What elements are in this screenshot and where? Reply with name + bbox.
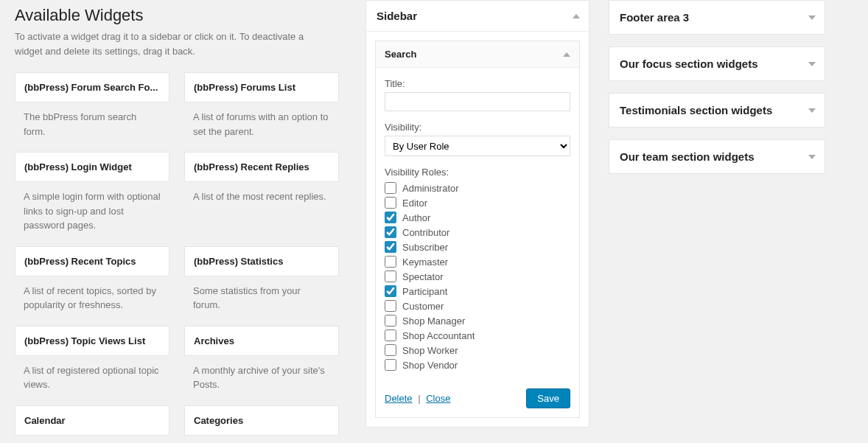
widget-area-title: Testimonials section widgets [620,104,772,116]
available-widget-title[interactable]: (bbPress) Forum Search Fo... [15,72,169,102]
role-checkbox[interactable] [385,182,396,194]
sidebar-panel: Sidebar Search Title: Visibility: By Use… [365,0,589,428]
delete-link[interactable]: Delete [385,393,413,404]
available-widget: CategoriesA list or dropdown of categori… [184,405,339,443]
role-label: Shop Vendor [402,360,458,371]
role-checkbox[interactable] [385,226,396,238]
chevron-up-icon [573,14,580,18]
role-checkbox[interactable] [385,359,396,371]
role-row[interactable]: Shop Worker [385,343,570,357]
available-widget-title[interactable]: Categories [184,405,339,436]
widget-area-title: Our focus section widgets [620,57,758,70]
role-row[interactable]: Author [385,210,570,225]
role-label: Administrator [402,183,459,194]
widget-area-toggle[interactable]: Testimonials section widgets [609,94,825,127]
widget-area-title: Footer area 3 [620,11,689,24]
available-widget: CalendarA calendar of your site's Posts. [15,405,169,443]
role-label: Keymaster [402,257,448,268]
available-widget-title[interactable]: (bbPress) Statistics [184,246,339,276]
role-label: Spectator [402,271,444,282]
role-checkbox[interactable] [385,212,396,223]
available-widget-title[interactable]: (bbPress) Recent Replies [184,152,339,182]
save-button[interactable]: Save [526,388,570,408]
role-checkbox[interactable] [385,285,396,297]
role-checkbox[interactable] [385,344,396,356]
role-checkbox[interactable] [385,271,396,282]
role-label: Shop Accountant [402,330,475,341]
role-row[interactable]: Shop Accountant [385,328,570,343]
available-widgets-heading: Available Widgets [15,6,339,25]
available-widget: (bbPress) Forum Search Fo...The bbPress … [15,72,169,149]
role-label: Shop Worker [402,345,458,356]
available-widget: (bbPress) StatisticsSome statistics from… [184,246,339,323]
chevron-down-icon [808,155,816,159]
widget-area-toggle[interactable]: Our focus section widgets [609,47,825,80]
role-row[interactable]: Administrator [385,181,570,195]
available-widget-title[interactable]: Archives [184,326,339,356]
role-checkbox[interactable] [385,315,396,327]
available-widget-desc: A list or dropdown of categories. [184,436,339,443]
role-row[interactable]: Participant [385,284,570,299]
available-widget-desc: A calendar of your site's Posts. [15,436,169,443]
role-checkbox[interactable] [385,256,396,268]
available-widget-title[interactable]: (bbPress) Login Widget [15,152,169,182]
role-row[interactable]: Keymaster [385,254,570,269]
role-checkbox[interactable] [385,241,396,253]
widget-area-toggle[interactable]: Our team section widgets [609,140,825,173]
role-row[interactable]: Contributor [385,225,570,240]
available-widget-title[interactable]: (bbPress) Forums List [184,72,339,102]
widget-area-panel: Testimonials section widgets [609,93,825,128]
widget-area-toggle[interactable]: Footer area 3 [609,1,825,34]
role-row[interactable]: Subscriber [385,240,570,254]
role-label: Subscriber [402,242,448,253]
separator: | [415,393,423,404]
available-widget-desc: A list of registered optional topic view… [15,356,169,402]
role-label: Participant [402,286,447,297]
sidebar-panel-toggle[interactable]: Sidebar [366,1,589,31]
title-input[interactable] [385,92,570,111]
visibility-label: Visibility: [385,122,570,133]
available-widget-desc: A monthly archive of your site's Posts. [184,356,339,402]
visibility-select[interactable]: By User Role [385,136,570,156]
search-widget-panel: Search Title: Visibility: By User Role V… [375,41,580,418]
available-widget-desc: A list of forums with an option to set t… [184,102,339,149]
role-checkbox[interactable] [385,197,396,209]
role-label: Editor [402,198,427,209]
available-widget-desc: A simple login form with optional links … [15,182,169,243]
available-widget: ArchivesA monthly archive of your site's… [184,326,339,402]
available-widget-title[interactable]: (bbPress) Recent Topics [15,246,169,276]
title-label: Title: [385,78,570,89]
available-widget: (bbPress) Recent RepliesA list of the mo… [184,152,339,243]
chevron-down-icon [808,15,816,20]
visibility-roles-label: Visibility Roles: [385,167,570,178]
available-widget-desc: The bbPress forum search form. [15,102,169,149]
close-link[interactable]: Close [426,393,450,404]
role-row[interactable]: Shop Manager [385,313,570,328]
sidebar-panel-title: Sidebar [377,10,417,22]
available-widget: (bbPress) Login WidgetA simple login for… [15,152,169,243]
role-checkbox[interactable] [385,329,396,341]
role-label: Contributor [402,227,449,238]
role-label: Author [402,212,430,223]
search-widget-toggle[interactable]: Search [376,41,579,68]
available-widget-desc: Some statistics from your forum. [184,276,339,323]
role-row[interactable]: Editor [385,195,570,210]
available-widget: (bbPress) Topic Views ListA list of regi… [15,326,169,402]
role-row[interactable]: Customer [385,299,570,313]
chevron-up-icon [563,52,570,57]
available-widget-desc: A list of recent topics, sorted by popul… [15,276,169,323]
available-widget-title[interactable]: Calendar [15,405,169,436]
role-row[interactable]: Spectator [385,269,570,284]
role-row[interactable]: Shop Vendor [385,357,570,372]
available-widget-title[interactable]: (bbPress) Topic Views List [15,326,169,356]
search-widget-title: Search [385,49,416,60]
available-widget: (bbPress) Recent TopicsA list of recent … [15,246,169,323]
available-widget-desc: A list of the most recent replies. [184,182,339,219]
widget-area-title: Our team section widgets [620,150,755,163]
role-label: Shop Manager [402,315,465,327]
widget-area-panel: Footer area 3 [609,0,825,35]
role-checkbox[interactable] [385,300,396,312]
available-widgets-description: To activate a widget drag it to a sideba… [15,29,324,59]
chevron-down-icon [808,62,816,66]
available-widget: (bbPress) Forums ListA list of forums wi… [184,72,339,149]
